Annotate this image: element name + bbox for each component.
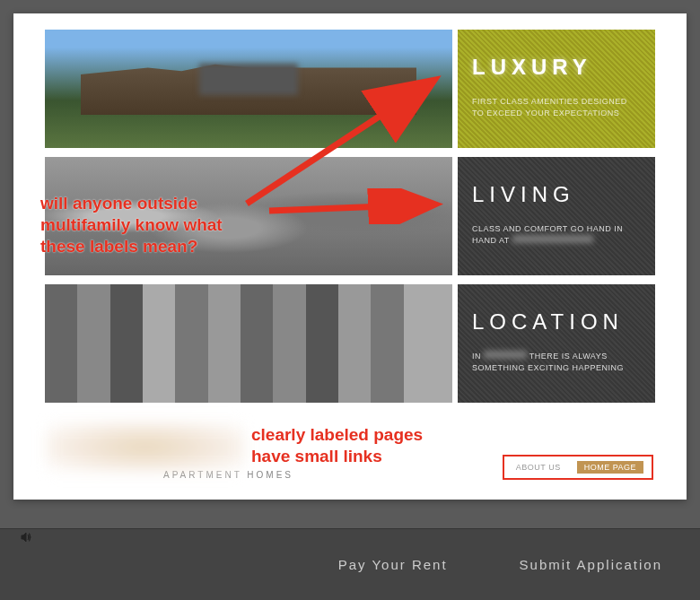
arrow-to-living xyxy=(265,188,444,224)
annotation-labels-question: will anyone outside multifamily know wha… xyxy=(40,193,223,257)
feature-image-location[interactable] xyxy=(45,284,452,403)
svg-line-3 xyxy=(269,204,431,211)
annotation-small-links: clearly labeled pages have small links xyxy=(251,424,423,467)
feature-card-location[interactable]: LOCATION IN THERE IS ALWAYS SOMETHING EX… xyxy=(458,284,655,403)
nav-links-highlight: ABOUT US HOME PAGE xyxy=(503,455,653,480)
nav-link-about[interactable]: ABOUT US xyxy=(512,461,564,474)
card-title-luxury: LUXURY xyxy=(472,55,641,80)
card-title-living: LIVING xyxy=(472,182,641,207)
card-desc-location: IN THERE IS ALWAYS SOMETHING EXCITING HA… xyxy=(472,351,641,373)
feature-row-location: LOCATION IN THERE IS ALWAYS SOMETHING EX… xyxy=(45,284,655,403)
bottom-link-pay-rent[interactable]: Pay Your Rent xyxy=(338,557,448,572)
nav-link-home[interactable]: HOME PAGE xyxy=(577,461,643,474)
main-content-panel: LUXURY FIRST CLASS AMENITIES DESIGNED TO… xyxy=(13,13,687,500)
bottom-link-submit-application[interactable]: Submit Application xyxy=(520,557,662,572)
card-title-location: LOCATION xyxy=(472,309,641,335)
nav-links: ABOUT US HOME PAGE xyxy=(508,458,648,476)
feature-card-living[interactable]: LIVING CLASS AND COMFORT GO HAND IN HAND… xyxy=(458,157,655,275)
card-desc-living: CLASS AND COMFORT GO HAND IN HAND AT xyxy=(472,223,641,246)
feature-card-luxury[interactable]: LUXURY FIRST CLASS AMENITIES DESIGNED TO… xyxy=(458,30,655,148)
logo-image xyxy=(47,422,244,472)
sound-icon[interactable] xyxy=(20,531,32,546)
bottom-bar: Pay Your Rent Submit Application xyxy=(0,528,700,600)
card-desc-luxury: FIRST CLASS AMENITIES DESIGNED TO EXCEED… xyxy=(472,96,641,118)
svg-line-1 xyxy=(247,83,431,204)
